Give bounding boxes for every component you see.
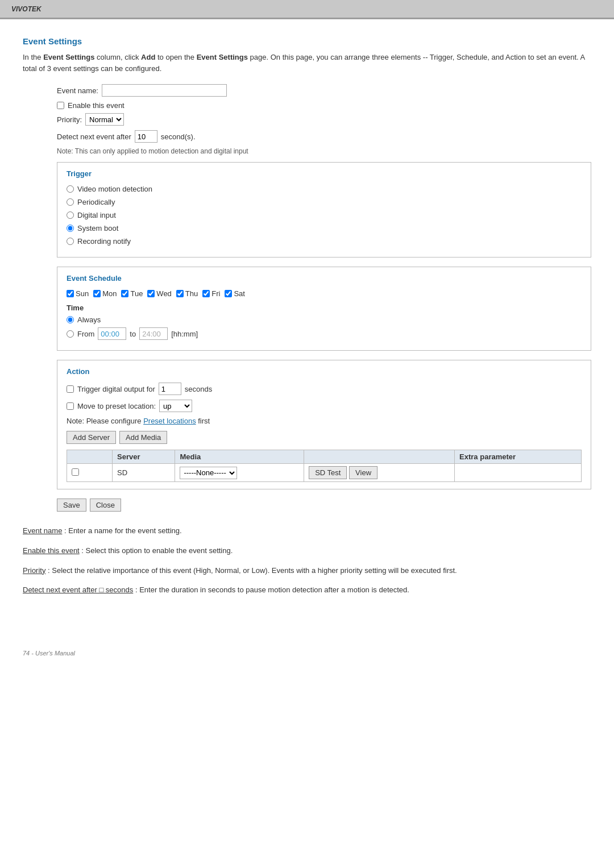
move-preset-select[interactable]: up down left right	[159, 400, 192, 412]
sd-server-cell: SD	[113, 464, 175, 482]
sd-row-checkbox[interactable]	[72, 468, 79, 476]
label-fri: Fri	[211, 289, 220, 298]
label-wed: Wed	[156, 289, 172, 298]
trigger-recording-notify: Recording notify	[67, 237, 582, 246]
trigger-periodically-radio[interactable]	[67, 198, 74, 206]
hhmm-label: [hh:mm]	[171, 330, 198, 338]
col-media-label: Media	[175, 450, 304, 464]
detect-value-input[interactable]	[135, 130, 157, 143]
sd-test-button[interactable]: SD Test	[309, 466, 347, 479]
brand-logo: VIVOTEK	[11, 5, 42, 13]
trigger-digital-checkbox[interactable]	[67, 385, 74, 393]
checkbox-mon[interactable]	[93, 290, 101, 297]
day-sun: Sun	[67, 289, 89, 298]
checkbox-fri[interactable]	[202, 290, 210, 297]
col-server-label: Server	[113, 450, 175, 464]
checkbox-thu[interactable]	[176, 290, 184, 297]
sd-media-select[interactable]: -----None-----	[180, 467, 237, 479]
trigger-digital-unit: seconds	[185, 385, 212, 393]
preset-note-suffix: first	[196, 417, 210, 425]
checkbox-wed[interactable]	[147, 290, 155, 297]
trigger-system-boot-radio[interactable]	[67, 225, 74, 232]
form-note: Note: This can only applied to motion de…	[57, 147, 591, 155]
save-button[interactable]: Save	[57, 499, 86, 512]
trigger-video-label: Video motion detection	[77, 185, 152, 193]
trigger-digital-radio[interactable]	[67, 211, 74, 219]
label-mon: Mon	[102, 289, 117, 298]
add-server-button[interactable]: Add Server	[67, 431, 116, 444]
sd-media-cell: -----None-----	[175, 464, 304, 482]
action-title: Action	[67, 367, 582, 376]
desc-event-name-term: Event name	[23, 526, 62, 535]
row-checkbox-cell	[67, 464, 113, 482]
trigger-digital-input: Digital input	[67, 211, 582, 219]
label-sat: Sat	[234, 289, 245, 298]
add-media-button[interactable]: Add Media	[119, 431, 167, 444]
trigger-digital-value[interactable]	[159, 383, 181, 395]
day-fri: Fri	[202, 289, 220, 298]
trigger-system-boot: System boot	[67, 224, 582, 232]
col-server	[67, 450, 113, 464]
days-row: Sun Mon Tue Wed Thu	[67, 289, 582, 298]
enable-event-row: Enable this event	[57, 101, 591, 110]
desc-enable-term: Enable this event	[23, 546, 80, 555]
time-from-input[interactable]	[98, 327, 126, 340]
checkbox-tue[interactable]	[121, 290, 128, 297]
priority-select[interactable]: Normal High Low	[85, 113, 124, 126]
trigger-periodically: Periodically	[67, 198, 582, 206]
event-name-input[interactable]	[102, 84, 227, 97]
trigger-video-motion: Video motion detection	[67, 185, 582, 193]
trigger-recording-label: Recording notify	[77, 237, 131, 246]
desc-enable-text: : Select this option to enable the event…	[81, 546, 233, 555]
media-table: Server Media Extra parameter SD	[67, 450, 582, 482]
schedule-section: Event Schedule Sun Mon Tue Wed	[57, 267, 591, 351]
trigger-digital-label: Digital input	[77, 211, 116, 219]
priority-label: Priority:	[57, 115, 82, 124]
form-container: Event name: Enable this event Priority: …	[57, 84, 591, 489]
move-preset-checkbox[interactable]	[67, 402, 74, 410]
time-label: Time	[67, 304, 582, 312]
desc-event-name: Event name : Enter a name for the event …	[23, 525, 591, 537]
preset-note-text: Note: Please configure	[67, 417, 143, 425]
trigger-digital-text: Trigger digital output for	[77, 385, 155, 393]
view-button[interactable]: View	[349, 466, 377, 479]
always-label: Always	[77, 315, 101, 324]
descriptions-section: Event name : Enter a name for the event …	[23, 525, 591, 596]
enable-event-label: Enable this event	[68, 101, 125, 110]
desc-priority-text: : Select the relative importance of this…	[48, 566, 457, 575]
move-preset-label: Move to preset location:	[77, 402, 156, 410]
close-button[interactable]: Close	[90, 499, 121, 512]
desc-detect: Detect next event after □ seconds : Ente…	[23, 584, 591, 596]
col-extra	[304, 450, 455, 464]
trigger-periodically-label: Periodically	[77, 198, 115, 206]
trigger-system-boot-label: System boot	[77, 224, 118, 232]
preset-locations-link[interactable]: Preset locations	[143, 417, 196, 425]
label-sun: Sun	[76, 289, 89, 298]
table-row: SD -----None----- SD Test View	[67, 464, 582, 482]
checkbox-sun[interactable]	[67, 290, 74, 297]
time-to-input[interactable]	[139, 327, 168, 340]
priority-row: Priority: Normal High Low	[57, 113, 591, 126]
trigger-recording-radio[interactable]	[67, 238, 74, 245]
time-from-radio[interactable]	[67, 330, 74, 338]
event-name-label: Event name:	[57, 86, 98, 95]
detect-unit: second(s).	[161, 132, 196, 141]
enable-event-checkbox[interactable]	[57, 102, 64, 109]
header-bar: VIVOTEK	[0, 0, 614, 19]
time-always-radio[interactable]	[67, 316, 74, 323]
from-label: From	[77, 330, 94, 338]
trigger-title: Trigger	[67, 169, 582, 178]
footer: 74 - User's Manual	[0, 644, 614, 662]
day-mon: Mon	[93, 289, 117, 298]
label-thu: Thu	[185, 289, 198, 298]
trigger-video-radio[interactable]	[67, 185, 74, 193]
label-tue: Tue	[130, 289, 143, 298]
always-row: Always	[67, 315, 582, 324]
day-wed: Wed	[147, 289, 172, 298]
footer-text: 74 - User's Manual	[23, 650, 75, 657]
col-extra-param: Extra parameter	[455, 450, 582, 464]
detect-label: Detect next event after	[57, 132, 131, 141]
checkbox-sat[interactable]	[225, 290, 232, 297]
desc-priority: Priority : Select the relative importanc…	[23, 565, 591, 577]
main-content: Event Settings In the Event Settings col…	[0, 19, 614, 621]
